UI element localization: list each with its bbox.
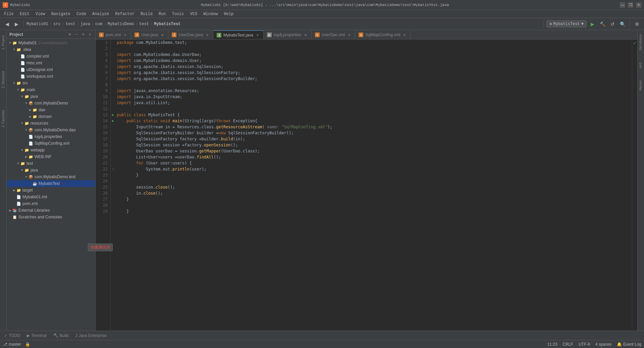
tree-item-dao[interactable]: ▶ 📁 dao xyxy=(7,107,95,113)
menu-run[interactable]: Run xyxy=(156,11,169,17)
tree-item-java[interactable]: ▼ 📁 java xyxy=(7,93,95,100)
tree-item-resources[interactable]: ▼ 📁 resources xyxy=(7,120,95,127)
breadcrumb-src[interactable]: src xyxy=(53,22,61,26)
run-config-selector[interactable]: ⚙ MybatisTest ▼ xyxy=(546,20,587,27)
tab-userdao-java[interactable]: J UserDao.java ✕ xyxy=(168,30,213,39)
tree-item-com-mybatisdemo-test[interactable]: ▼ 📦 com.MybatisDemo.test xyxy=(7,173,95,180)
tree-item-idea[interactable]: ▼ 📁 .idea xyxy=(7,46,95,53)
status-line-ending[interactable]: CRLF xyxy=(563,342,573,347)
tab-close-userdao-xml[interactable]: ✕ xyxy=(347,32,352,37)
menu-file[interactable]: File xyxy=(1,11,16,17)
tree-item-java-test[interactable]: ▼ 📁 java xyxy=(7,167,95,173)
tab-mybatistest-java[interactable]: J MybatisTest.java ✕ xyxy=(213,30,264,39)
tab-java-enterprise[interactable]: J Java Enterprise xyxy=(73,332,109,339)
tree-item-main[interactable]: ▼ 📁 main xyxy=(7,86,95,93)
tab-log4j[interactable]: p log4j.properties ✕ xyxy=(264,30,312,39)
menu-window[interactable]: Window xyxy=(201,11,220,17)
close-button[interactable]: ✕ xyxy=(636,2,641,8)
panel-gear-icon[interactable]: ⚙ xyxy=(67,32,72,37)
breadcrumb-mybatistest[interactable]: MybatisTest xyxy=(154,22,180,26)
tree-item-mybatistest[interactable]: ☕ MybatisTest ← xyxy=(7,180,95,187)
tree-item-mybatis01[interactable]: ▼ 📁 Mybatis01 D:\web\Mybatis01 xyxy=(7,40,95,46)
run-button[interactable]: ▶ xyxy=(588,20,597,28)
tree-item-log4j[interactable]: 📄 log4j.properties xyxy=(7,133,95,140)
tree-item-domain[interactable]: ▶ 📁 domain xyxy=(7,113,95,120)
status-indent[interactable]: 4 spaces xyxy=(595,342,611,347)
menu-view[interactable]: View xyxy=(33,11,48,17)
menu-refactor[interactable]: Refactor xyxy=(112,11,137,17)
tree-item-src[interactable]: ▼ 📁 src xyxy=(7,80,95,86)
tab-todo[interactable]: ✓ TODO xyxy=(1,332,23,339)
gutter-22[interactable]: ○ xyxy=(111,166,115,172)
tab-userdao-xml[interactable]: x UserDao.xml ✕ xyxy=(312,30,355,39)
menu-code[interactable]: Code xyxy=(74,11,89,17)
tree-item-external-libraries[interactable]: ▶ 📚 External Libraries xyxy=(7,207,95,214)
menu-edit[interactable]: Edit xyxy=(17,11,32,17)
tab-user-java[interactable]: J User.java ✕ xyxy=(131,30,168,39)
lock-status[interactable]: 🔒 xyxy=(25,342,30,347)
search-everywhere-button[interactable]: 🔍 xyxy=(618,20,627,28)
tree-item-webapp[interactable]: ▼ 📁 webapp xyxy=(7,147,95,153)
menu-help[interactable]: Help xyxy=(221,11,236,17)
menu-navigate[interactable]: Navigate xyxy=(48,11,73,17)
sidebar-ant[interactable]: Ant xyxy=(638,60,643,71)
tree-item-misc[interactable]: 📄 misc.xml xyxy=(7,60,95,66)
tab-close-pom[interactable]: ✕ xyxy=(123,32,127,37)
status-encoding[interactable]: UTF-8 xyxy=(579,342,590,347)
panel-collapse-icon[interactable]: — xyxy=(74,32,79,37)
tab-sqlmapconfing-xml[interactable]: x SqlMapConfing.xml ✕ xyxy=(355,30,411,39)
code-content[interactable]: package com.MybatisDemo.test; import com… xyxy=(115,40,632,331)
breadcrumb-com[interactable]: com xyxy=(95,22,103,26)
breadcrumb-mybatis01[interactable]: Mybatis01 xyxy=(26,22,48,26)
sidebar-maven[interactable]: Maven xyxy=(638,78,643,93)
breadcrumb-test[interactable]: test xyxy=(66,22,75,26)
panel-settings-icon[interactable]: ≡ xyxy=(80,32,86,37)
gutter-14[interactable]: ▶ xyxy=(111,118,115,124)
tree-item-com-mybatisdemo[interactable]: ▼ 📦 com.MybatisDemo xyxy=(7,100,95,107)
maximize-button[interactable]: ❐ xyxy=(628,2,633,8)
sidebar-label-structure2[interactable]: 2: Structure xyxy=(1,68,6,91)
tab-close-log4j[interactable]: ✕ xyxy=(303,32,308,37)
build-button[interactable]: 🔨 xyxy=(598,20,607,28)
tree-item-scratches[interactable]: 📋 Scratches and Consoles xyxy=(7,214,95,220)
settings-button[interactable]: ⚙ xyxy=(633,20,641,28)
tab-close-user[interactable]: ✕ xyxy=(160,32,165,37)
tab-terminal[interactable]: ▶ Terminal xyxy=(24,332,49,339)
panel-close-icon[interactable]: ✕ xyxy=(87,32,93,37)
menu-tools[interactable]: Tools xyxy=(169,11,187,17)
tab-close-sqlmapconfing-xml[interactable]: ✕ xyxy=(402,32,407,37)
tab-build[interactable]: 🔨 Build xyxy=(51,332,71,339)
gutter-24 xyxy=(111,178,115,184)
sidebar-label-favorites[interactable]: 2: Favorites xyxy=(1,107,6,130)
breadcrumb-testpkg[interactable]: test xyxy=(139,22,149,26)
tree-item-sqlmapconfing[interactable]: 📄 SqlMapConfing.xml xyxy=(7,140,95,147)
minimize-button[interactable]: — xyxy=(620,2,625,8)
run-config-chevron: ▼ xyxy=(581,22,584,26)
back-button[interactable]: ◀ xyxy=(3,20,11,28)
sidebar-database[interactable]: Database xyxy=(638,31,643,53)
breadcrumb-java[interactable]: java xyxy=(80,22,90,26)
forward-button[interactable]: ▶ xyxy=(12,20,21,28)
menu-build[interactable]: Build xyxy=(138,11,155,17)
breadcrumb-mybatisdemo[interactable]: MybatisDemo xyxy=(108,22,134,26)
tab-close-mybatistest[interactable]: ✕ xyxy=(255,33,260,38)
tree-item-compiler[interactable]: 📄 compiler.xml xyxy=(7,53,95,60)
tree-item-uidesigner[interactable]: 📄 uiDesigner.xml xyxy=(7,66,95,73)
tree-item-workspace[interactable]: 📄 workspace.xml xyxy=(7,73,95,80)
tree-item-com-mybatisdemo-dao[interactable]: ▼ 📦 com.MybatisDemo.dao xyxy=(7,127,95,133)
tree-item-mybatis01-iml[interactable]: 📄 Mybatis01.iml xyxy=(7,194,95,200)
tab-pom-xml[interactable]: x pom.xml ✕ xyxy=(96,30,131,39)
code-line-11: import java.util.List; xyxy=(117,100,632,106)
gutter-13[interactable]: ▶ xyxy=(111,112,115,118)
tree-item-pom[interactable]: 📄 pom.xml xyxy=(7,200,95,207)
tree-item-test[interactable]: ▼ 📁 test xyxy=(7,160,95,167)
menu-vcs[interactable]: VCS xyxy=(187,11,200,17)
tree-item-target[interactable]: ▶ 📁 target xyxy=(7,187,95,194)
sidebar-label-structure[interactable]: 1: Project xyxy=(1,33,6,52)
tree-item-web-inf[interactable]: ▶ 📁 WEB-INF xyxy=(7,153,95,160)
rerun-button[interactable]: ↺ xyxy=(608,20,617,28)
git-status[interactable]: ⎇ master xyxy=(3,342,21,347)
tab-close-userdao[interactable]: ✕ xyxy=(205,32,210,37)
menu-analyze[interactable]: Analyze xyxy=(90,11,112,17)
event-log[interactable]: 🔔 Event Log xyxy=(617,342,641,347)
